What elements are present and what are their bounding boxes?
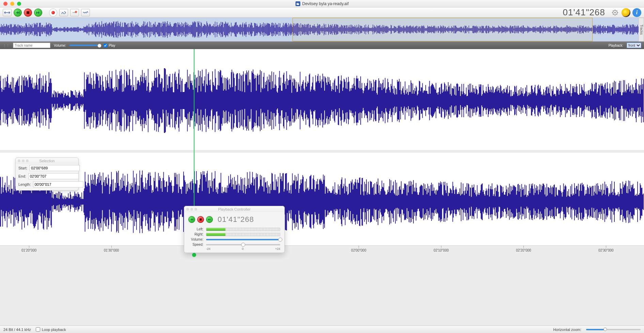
marker-tool-button[interactable] [59,9,68,16]
window-title-text: Devitsey byla ya-ready.aif [302,1,349,6]
waveform-right-channel[interactable] [0,153,644,251]
track-volume-slider[interactable] [69,45,100,46]
pb-rewind-button[interactable] [188,216,195,223]
selection-end-label: End: [18,174,26,178]
clear-tool-button[interactable] [70,9,79,16]
selection-end-input[interactable] [28,173,79,179]
toolbar-time-display: 01'41"268 [563,7,605,18]
play-button[interactable] [34,9,42,17]
selection-start-label: Start: [18,166,27,170]
ruler-tick-label: 01'30"000 [104,248,119,252]
main-waveform-area[interactable]: 01'20"00001'30"00001'40"00001'50"00002'0… [0,49,644,254]
document-icon [295,1,300,6]
record-button[interactable] [49,9,57,17]
pb-speed-scale: -24 0 +24 [184,247,284,253]
overview-waveform[interactable] [0,18,644,42]
play-checkbox[interactable] [104,44,107,47]
rewind-button[interactable] [14,9,22,17]
selection-length-label: Length: [18,182,31,186]
playback-controller-panel[interactable]: Playback Controller 01'41"268 Left: Righ… [184,206,285,253]
pb-speed-label: Speed: [188,243,203,246]
playback-panel-title: Playback Controller [218,207,250,211]
pb-volume-label: Volume: [188,238,203,241]
pb-right-label: Right: [188,232,203,236]
ruler-tick-label: 02'30"000 [598,248,613,252]
settings-button[interactable] [611,8,619,17]
selection-panel-title: Selection [39,159,54,163]
loop-playback-label: Loop playback [42,328,66,332]
pb-left-label: Left: [188,227,203,231]
info-button[interactable]: i [632,8,641,17]
playback-panel-titlebar[interactable]: Playback Controller [184,206,284,212]
horizontal-zoom-slider[interactable] [586,329,641,330]
pb-left-meter [206,228,280,231]
window-close-button[interactable] [3,2,7,6]
svg-rect-4 [200,218,202,221]
volume-label: Volume: [54,44,66,47]
main-toolbar: 01'41"268 i [0,7,644,18]
tracks-tab[interactable]: Tracks [639,18,644,42]
loop-playback-checkbox[interactable] [36,327,40,332]
time-ruler[interactable]: 01'20"00001'30"00001'40"00001'50"00002'0… [0,245,644,254]
window-titlebar: Devitsey byla ya-ready.aif [0,0,644,7]
selection-panel[interactable]: Selection Start: End: Length: [15,157,79,191]
ruler-tick-label: 02'00"000 [351,248,366,252]
channel-gap [0,150,644,153]
loop-playback-wrap[interactable]: Loop playback [36,327,66,332]
play-checkbox-wrap[interactable]: Play [104,44,115,47]
stop-button[interactable] [24,9,32,17]
pb-speed-slider[interactable] [206,244,280,245]
waveform-left-channel[interactable] [0,52,644,149]
pb-play-button[interactable] [206,216,213,223]
ruler-tick-label: 02'10"000 [434,248,449,252]
svg-rect-0 [27,11,29,14]
fit-selection-button[interactable] [3,9,12,16]
zoom-label: Horizontal zoom: [553,328,581,332]
pb-right-meter [206,233,280,236]
grip-icon: ⋮⋮ [3,44,10,47]
burn-button[interactable] [622,8,630,17]
pb-time-display: 01'41"268 [218,215,254,224]
traffic-lights [0,2,21,6]
window-minimize-button[interactable] [10,2,14,6]
ruler-tick-label: 02'20"000 [516,248,531,252]
pb-stop-button[interactable] [197,216,204,223]
status-bar: 24 Bit / 44.1 kHz Loop playback Horizont… [0,326,644,333]
window-zoom-button[interactable] [17,2,21,6]
svg-point-3 [614,12,616,13]
selection-panel-titlebar[interactable]: Selection [16,158,78,164]
window-title: Devitsey byla ya-ready.aif [295,1,349,6]
wave-tool-button[interactable] [81,9,90,16]
track-name-input[interactable] [13,43,50,48]
overview-selection[interactable] [293,18,593,41]
audio-format-label: 24 Bit / 44.1 kHz [3,328,31,332]
track-header-bar: ⋮⋮ Volume: Play Playback: front [0,42,644,49]
selection-length-input[interactable] [33,181,83,187]
ruler-tick-label: 01'20"000 [21,248,36,252]
playback-mode-select[interactable]: front [627,43,641,48]
pb-volume-slider[interactable] [206,239,280,240]
selection-start-input[interactable] [29,165,80,171]
playback-mode-label: Playback: [609,44,623,47]
play-checkbox-label: Play [109,44,115,47]
